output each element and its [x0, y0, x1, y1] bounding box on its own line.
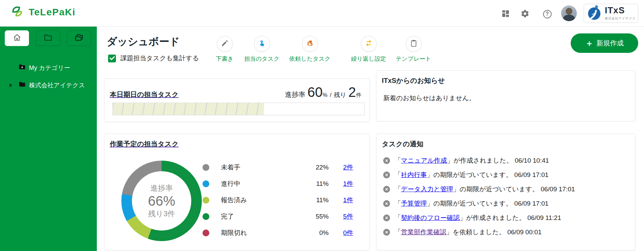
tab-folder[interactable]	[36, 30, 60, 46]
donut-remaining: 残り3件	[148, 209, 175, 219]
legend-row-not-started: 未着手 22% 2件	[203, 159, 353, 176]
itxs-news-card: ITxSからのお知らせ 新着のお知らせはありません。	[376, 70, 635, 121]
notification-task-link[interactable]: 営業部作業確認	[401, 228, 446, 236]
notification-time: 06/09 17:01	[514, 171, 549, 178]
settings-gear-icon[interactable]	[520, 9, 530, 18]
legend-row-in-progress: 進行中 11% 1件	[203, 176, 353, 192]
telepaki-leaf-icon	[10, 4, 25, 20]
donut-progress-value: 66%	[148, 193, 175, 209]
quick-action-template[interactable]: テンプレート	[388, 36, 439, 63]
tab-shared-folders[interactable]	[67, 30, 91, 46]
legend-dot	[203, 197, 209, 204]
legend-count-link[interactable]: 1件	[343, 180, 353, 187]
notification-time: 06/09 17:01	[514, 200, 549, 207]
donut-center: 進捗率 66% 残り3件	[132, 171, 191, 231]
legend-dot	[203, 230, 209, 236]
legend-row-overdue: 期限切れ 0% 0件	[203, 225, 353, 241]
page-title: ダッシュボード	[107, 35, 180, 49]
legend-count-link[interactable]: 0件	[343, 229, 353, 236]
notification-row: 「マニュアル作成」が作成されました。06/10 10:41	[383, 153, 630, 168]
notification-task-link[interactable]: 契約後のフロー確認	[401, 214, 460, 221]
pencil-icon	[221, 39, 229, 49]
app-window: TeLePaKi ? ITxS	[0, 0, 644, 251]
app-logo[interactable]: TeLePaKi	[10, 4, 76, 20]
expand-caret-icon[interactable]	[10, 83, 12, 87]
company-folder-icon	[18, 80, 26, 90]
dismiss-icon[interactable]	[383, 200, 390, 207]
notification-task-link[interactable]: マニュアル作成	[401, 157, 447, 164]
notification-task-link[interactable]: データ入力と管理	[401, 186, 453, 193]
notification-row: 「営業部作業確認」を依頼しました。06/09 00:01	[383, 225, 630, 239]
repeat-icon	[364, 39, 373, 49]
sidebar-item-label: My カテゴリー	[29, 64, 70, 72]
progress-bar	[113, 103, 365, 115]
news-empty-message: 新着のお知らせはありません。	[383, 94, 475, 103]
dismiss-icon[interactable]	[383, 186, 390, 193]
notification-time: 06/10 10:41	[515, 157, 549, 164]
notification-time: 06/09 17:01	[541, 186, 575, 193]
folder-icon	[44, 33, 53, 43]
task-notifications-card: タスクの通知 「マニュアル作成」が作成されました。06/10 10:41 「社内…	[376, 134, 635, 250]
private-folder-icon	[18, 63, 26, 72]
remaining-value: 2	[348, 85, 356, 100]
legend-count-link[interactable]: 1件	[343, 196, 353, 204]
dismiss-icon[interactable]	[383, 229, 390, 236]
donut-legend: 未着手 22% 2件 進行中 11% 1件 報告済み 11% 1件	[203, 159, 353, 241]
notification-time: 06/09 11:21	[527, 214, 561, 221]
tab-home[interactable]	[5, 30, 29, 46]
legend-count-link[interactable]: 2件	[343, 164, 353, 171]
legend-count-link[interactable]: 5件	[343, 213, 353, 220]
progress-fill	[113, 103, 264, 115]
itxs-brand-name: ITxS	[605, 5, 625, 15]
clipboard-icon	[409, 39, 418, 49]
dismiss-icon[interactable]	[383, 172, 390, 178]
planned-tasks-card: 作業予定の担当タスク 進捗率 66% 残り3件 未着手 22% 2件 進行中	[104, 134, 370, 250]
legend-dot	[203, 213, 209, 220]
sidebar-item-my-category[interactable]: My カテゴリー	[18, 60, 97, 75]
plus-icon: ＋	[585, 39, 594, 47]
legend-row-done: 完了 55% 5件	[203, 208, 353, 225]
notification-task-link[interactable]: 予算管理	[401, 200, 427, 207]
notification-task-link[interactable]: 社内行事	[401, 171, 427, 178]
notification-time: 06/09 00:01	[507, 228, 541, 236]
dismiss-icon[interactable]	[383, 215, 390, 221]
planned-tasks-title-link[interactable]: 作業予定の担当タスク	[110, 139, 179, 149]
quick-action-requested-tasks[interactable]: 依頼したタスク	[284, 36, 335, 63]
notification-row: 「データ入力と管理」の期限が近づいています。06/09 17:01	[383, 182, 630, 196]
aggregate-checkbox-label: 課題担当タスクも集計する	[120, 54, 199, 63]
quick-action-my-tasks[interactable]: 担当のタスク	[236, 36, 287, 63]
aggregate-checkbox[interactable]	[108, 55, 116, 62]
main-content: ダッシュボード 課題担当タスクも集計する 下書き 担当のタスク	[97, 27, 644, 251]
sidebar-item-label: 株式会社アイテクス	[29, 81, 85, 89]
legend-dot	[203, 180, 209, 187]
donut-chart: 進捗率 66% 残り3件	[121, 161, 202, 241]
progress-value: 60	[308, 85, 323, 100]
hand-heart-icon	[306, 39, 314, 49]
tap-finger-icon	[258, 39, 266, 49]
create-new-button[interactable]: ＋ 新規作成	[571, 33, 638, 53]
sidebar: My カテゴリー 株式会社アイテクス	[0, 27, 97, 251]
today-tasks-title-link[interactable]: 本日期日の担当タスク	[110, 90, 179, 99]
today-tasks-card: 本日期日の担当タスク 進捗率 60 % / 残り 2 件	[104, 78, 370, 122]
news-card-title: ITxSからのお知らせ	[382, 76, 445, 85]
help-icon[interactable]: ?	[542, 9, 552, 19]
notification-list: 「マニュアル作成」が作成されました。06/10 10:41 「社内行事」の期限が…	[383, 153, 630, 239]
notification-row: 「社内行事」の期限が近づいています。06/09 17:01	[383, 168, 630, 182]
legend-dot	[203, 164, 209, 171]
home-icon	[13, 33, 21, 43]
itxs-logo[interactable]: ITxS 株式会社アイテクス	[584, 4, 638, 23]
legend-row-reported: 報告済み 11% 1件	[203, 192, 353, 208]
itxs-globe-icon	[587, 4, 602, 22]
aggregate-checkbox-row: 課題担当タスクも集計する	[108, 54, 199, 63]
sidebar-item-company[interactable]: 株式会社アイテクス	[10, 78, 97, 92]
today-progress-stats: 進捗率 60 % / 残り 2 件	[285, 85, 361, 100]
top-header: TeLePaKi ? ITxS	[0, 0, 644, 27]
apps-grid-icon[interactable]	[501, 9, 510, 18]
quick-action-repeat-settings[interactable]: 繰り返し設定	[343, 36, 394, 63]
notification-row: 「契約後のフロー確認」が作成されました。06/09 11:21	[383, 211, 630, 225]
user-avatar[interactable]	[561, 5, 577, 21]
notifications-card-title: タスクの通知	[382, 139, 423, 149]
itxs-brand-caption: 株式会社アイテクス	[605, 17, 636, 20]
notification-row: 「予算管理」の期限が近づいています。06/09 17:01	[383, 196, 630, 211]
dismiss-icon[interactable]	[383, 157, 390, 164]
